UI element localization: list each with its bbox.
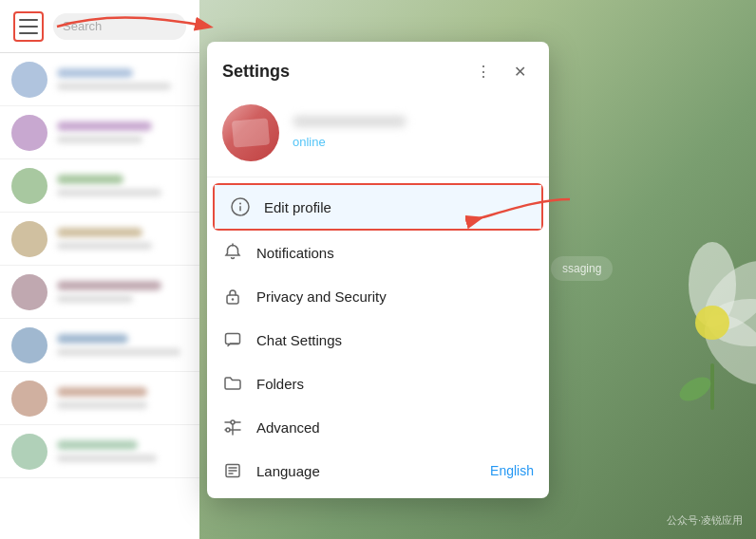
svg-point-6 [675, 372, 714, 405]
info-circle-icon [230, 196, 251, 217]
menu-item-folders[interactable]: Folders [207, 362, 549, 405]
list-item[interactable] [0, 266, 199, 319]
svg-point-13 [232, 298, 234, 300]
chat-message [57, 242, 152, 250]
bell-icon [222, 242, 243, 263]
profile-name [293, 116, 406, 127]
folders-label: Folders [256, 376, 534, 392]
notifications-label: Notifications [256, 245, 534, 261]
svg-rect-10 [239, 206, 241, 212]
chat-name [57, 281, 161, 290]
svg-point-4 [695, 306, 729, 340]
settings-title: Settings [222, 62, 290, 82]
chat-settings-label: Chat Settings [256, 332, 534, 348]
advanced-icon [222, 417, 243, 437]
menu-item-language[interactable]: Language English [207, 449, 549, 493]
profile-info: online [293, 116, 534, 150]
header-actions: ⋮ ✕ [469, 57, 534, 85]
chat-message [57, 348, 180, 356]
message-bubble-text: ssaging [562, 262, 601, 275]
message-bubble: ssaging [551, 256, 613, 281]
watermark-text: 公众号·凌锐应用 [667, 514, 743, 526]
chat-name [57, 121, 152, 131]
hamburger-line-3 [19, 32, 38, 34]
menu-item-chat-settings[interactable]: Chat Settings [207, 318, 549, 362]
hamburger-line-1 [19, 19, 38, 21]
chat-name [57, 68, 133, 78]
watermark: 公众号·凌锐应用 [667, 513, 743, 528]
chat-info [57, 334, 188, 356]
chat-info [57, 68, 188, 90]
chat-message [57, 189, 161, 196]
svg-point-9 [239, 203, 241, 205]
hamburger-button[interactable] [13, 11, 44, 42]
chat-info [57, 228, 188, 250]
avatar [11, 381, 47, 417]
avatar [11, 274, 47, 310]
list-item[interactable] [0, 425, 199, 478]
profile-section: online [207, 95, 549, 177]
search-placeholder: Search [63, 19, 102, 33]
chat-message [57, 136, 142, 143]
chat-message [57, 83, 171, 90]
avatar [222, 104, 279, 161]
menu-item-privacy-security[interactable]: Privacy and Security [207, 274, 549, 318]
hamburger-line-2 [19, 26, 38, 28]
chat-list [0, 53, 199, 539]
chat-message [57, 295, 133, 303]
chat-name [57, 440, 138, 450]
edit-profile-label: Edit profile [264, 199, 526, 215]
chat-info [57, 121, 188, 143]
avatar [11, 168, 47, 204]
language-label: Language [256, 463, 477, 479]
chat-info [57, 387, 188, 409]
chat-name [57, 334, 128, 344]
chat-name [57, 387, 147, 397]
profile-status: online [293, 135, 326, 149]
avatar-inner [232, 118, 270, 147]
avatar [11, 434, 47, 470]
list-item[interactable] [0, 106, 199, 159]
menu-item-advanced[interactable]: Advanced [207, 405, 549, 449]
avatar [11, 221, 47, 257]
list-item[interactable] [0, 319, 199, 372]
chat-name [57, 228, 142, 237]
chat-info [57, 281, 188, 303]
language-value: English [490, 463, 534, 478]
search-bar[interactable]: Search [53, 13, 186, 40]
close-button[interactable]: ✕ [505, 57, 534, 85]
settings-menu: Edit profile Notifications [207, 177, 549, 498]
sidebar-header: Search [0, 0, 199, 53]
folder-icon [222, 373, 243, 394]
privacy-security-label: Privacy and Security [256, 288, 534, 305]
more-icon: ⋮ [476, 63, 491, 81]
list-item[interactable] [0, 213, 199, 266]
list-item[interactable] [0, 372, 199, 425]
advanced-label: Advanced [256, 419, 534, 436]
avatar [11, 115, 47, 151]
flower-decoration [617, 228, 756, 418]
list-item[interactable] [0, 159, 199, 213]
close-icon: ✕ [514, 63, 526, 81]
chat-info [57, 175, 188, 196]
chat-name [57, 175, 123, 184]
chat-message [57, 455, 157, 462]
menu-item-edit-profile[interactable]: Edit profile [215, 185, 541, 229]
menu-item-notifications[interactable]: Notifications [207, 231, 549, 274]
more-options-button[interactable]: ⋮ [469, 57, 498, 85]
settings-panel: Settings ⋮ ✕ online [207, 42, 549, 498]
svg-rect-14 [226, 334, 240, 344]
edit-profile-highlight: Edit profile [213, 183, 543, 231]
settings-header: Settings ⋮ ✕ [207, 42, 549, 95]
language-icon [222, 460, 243, 481]
chat-icon [222, 329, 243, 350]
chat-info [57, 440, 188, 462]
avatar [11, 62, 47, 98]
list-item[interactable] [0, 53, 199, 106]
avatar [11, 327, 47, 363]
chat-message [57, 401, 147, 409]
lock-icon [222, 286, 243, 307]
